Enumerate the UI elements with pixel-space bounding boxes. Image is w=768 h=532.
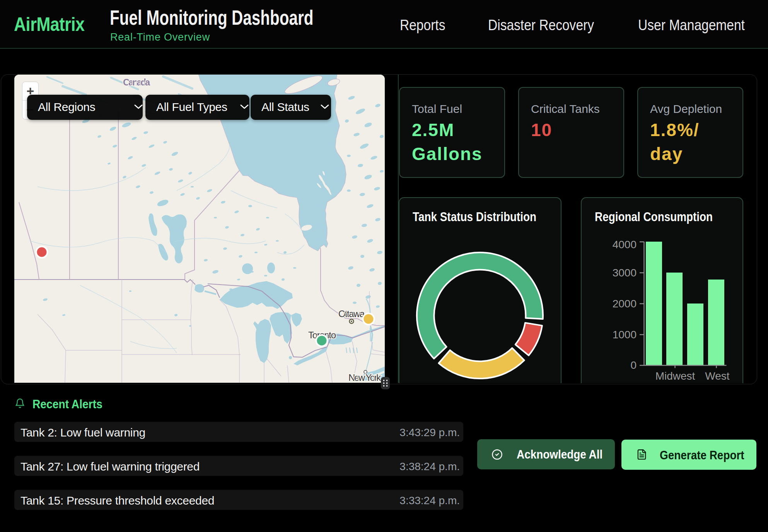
svg-text:4000: 4000 [613, 239, 637, 251]
svg-text:New York: New York [348, 372, 381, 383]
svg-text:3000: 3000 [613, 267, 637, 279]
svg-text:Canada: Canada [123, 77, 150, 87]
svg-text:West: West [705, 370, 729, 382]
svg-text:1000: 1000 [613, 329, 637, 341]
svg-text:Ottawa: Ottawa [338, 309, 365, 319]
svg-text:2000: 2000 [613, 298, 637, 310]
svg-text:Midwest: Midwest [655, 370, 695, 382]
svg-text:0: 0 [630, 359, 637, 371]
